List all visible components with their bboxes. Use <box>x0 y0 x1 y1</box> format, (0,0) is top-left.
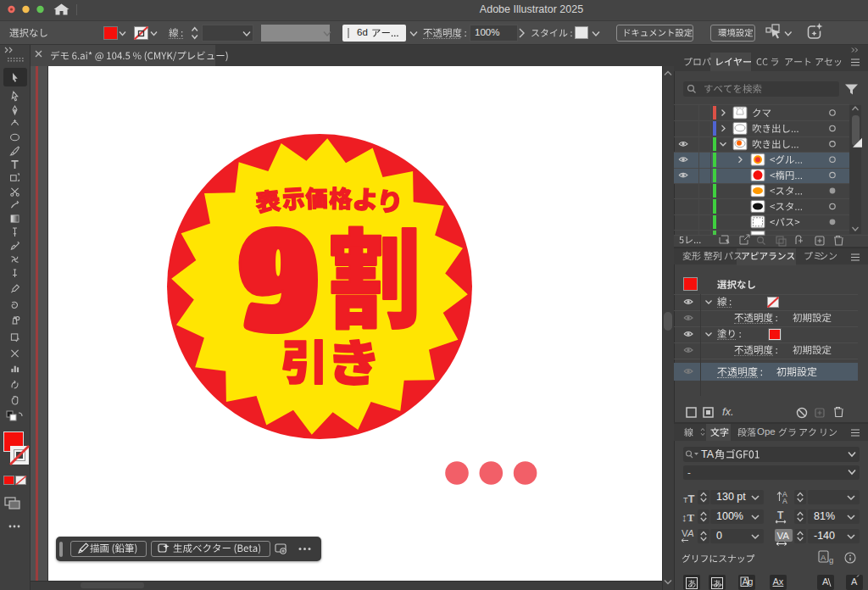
svg-text:T: T <box>777 509 784 521</box>
svg-text:A: A <box>782 497 787 505</box>
svg-text:g: g <box>829 555 833 565</box>
svg-text:VA: VA <box>777 531 790 541</box>
svg-text:A: A <box>821 553 826 562</box>
svg-text:A: A <box>687 528 694 538</box>
